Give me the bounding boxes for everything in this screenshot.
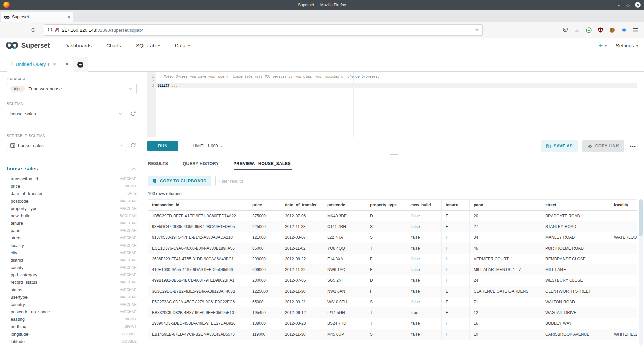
column-type: VARCHAR bbox=[120, 221, 137, 225]
cell-paon: 46 bbox=[470, 243, 541, 254]
column-header[interactable]: locality bbox=[610, 199, 637, 211]
divider bbox=[0, 127, 144, 127]
scrollbar-thumb[interactable] bbox=[639, 199, 643, 236]
firefox-logo-icon bbox=[3, 2, 10, 8]
superset-brand[interactable]: Superset bbox=[5, 41, 50, 50]
cell-tenure: F bbox=[442, 318, 470, 329]
column-header[interactable]: property_type bbox=[366, 199, 407, 211]
editor-code-area[interactable]: -- Note: Unless you save your query, the… bbox=[156, 72, 637, 137]
nav-menu-item[interactable]: Dashboards bbox=[64, 43, 92, 48]
run-button[interactable]: RUN bbox=[147, 141, 178, 151]
add-query-tab-button[interactable]: + bbox=[73, 57, 88, 72]
cell-locality bbox=[610, 243, 637, 254]
cell-property-type: T bbox=[366, 307, 407, 318]
filter-results-input[interactable] bbox=[215, 176, 637, 186]
back-icon[interactable]: ← bbox=[4, 25, 14, 35]
cell-date-of-transfer: 2012-11-30 bbox=[281, 329, 323, 340]
results-pane: RESULTSQUERY HISTORYPREVIEW: `HOUSE_SALE… bbox=[144, 155, 644, 350]
table-scrollbar[interactable] bbox=[639, 199, 643, 346]
pocket-icon[interactable] bbox=[562, 27, 568, 33]
url-bar[interactable]: 217.160.120.143:32393/superset/sqllab/ ☆ bbox=[44, 25, 482, 35]
table-value: house_sales bbox=[18, 143, 44, 148]
cell-property-type: S bbox=[366, 221, 407, 232]
schema-label: SCHEMA bbox=[7, 102, 137, 106]
column-header[interactable]: price bbox=[248, 199, 281, 211]
extension-asterisk-icon[interactable]: ✱ bbox=[621, 27, 627, 33]
menu-hamburger-icon[interactable] bbox=[633, 27, 639, 33]
tab-close-icon[interactable]: ✕ bbox=[67, 15, 70, 19]
column-header[interactable]: paon bbox=[470, 199, 541, 211]
query-tab[interactable]: ⠿ Untitled Query 1 ✕ bbox=[7, 57, 73, 72]
refresh-tables-icon[interactable] bbox=[130, 143, 137, 148]
window-minimize-icon[interactable]: ⌄ bbox=[617, 3, 621, 7]
column-name: record_status bbox=[11, 280, 37, 285]
cell-locality bbox=[610, 275, 637, 286]
column-name: longitude bbox=[11, 332, 29, 337]
table-column-row: tenure VARCHAR bbox=[7, 219, 137, 227]
sql-editor[interactable]: 123 -- Note: Unless you save your query,… bbox=[147, 72, 637, 137]
superset-favicon-icon bbox=[4, 15, 10, 19]
bookmark-star-icon[interactable]: ☆ bbox=[475, 27, 479, 33]
drag-handle-icon[interactable]: ⠿ bbox=[11, 62, 13, 67]
shield-icon bbox=[48, 28, 52, 33]
add-new-button[interactable]: + bbox=[599, 42, 607, 49]
plus-circle-icon: + bbox=[77, 62, 83, 68]
window-maximize-icon[interactable]: ◇ bbox=[626, 3, 630, 7]
cell-street: MILL LANE bbox=[541, 264, 610, 275]
cell-price: 1225000 bbox=[248, 286, 281, 297]
forward-icon[interactable]: → bbox=[16, 25, 26, 35]
cell-property-type: D bbox=[366, 211, 407, 221]
database-value: Trino warehouse bbox=[28, 86, 62, 91]
results-tab[interactable]: RESULTS bbox=[148, 161, 168, 170]
new-tab-button[interactable]: + bbox=[73, 12, 85, 22]
schema-select[interactable]: house_sales bbox=[7, 108, 126, 119]
nav-menu-item[interactable]: Charts bbox=[106, 43, 121, 48]
copy-to-clipboard-button[interactable]: COPY TO CLIPBOARD bbox=[148, 176, 211, 186]
table-column-row: county VARCHAR bbox=[7, 264, 137, 271]
copy-link-button[interactable]: COPY LINK bbox=[582, 140, 625, 152]
save-as-button[interactable]: SAVE AS bbox=[541, 140, 578, 152]
query-tab-close-icon[interactable]: ✕ bbox=[65, 62, 69, 67]
cell-tenure: F bbox=[442, 297, 470, 307]
table-column-row: transaction_id VARCHAR bbox=[7, 175, 137, 182]
cell-locality bbox=[610, 254, 637, 264]
cell-date-of-transfer: 2012-07-05 bbox=[281, 275, 323, 286]
see-table-schema-label: SEE TABLE SCHEMA bbox=[7, 134, 137, 138]
cell-locality bbox=[610, 307, 637, 318]
reload-icon[interactable] bbox=[28, 25, 38, 35]
column-type: VARCHAR bbox=[120, 177, 137, 181]
column-header[interactable]: tenure bbox=[442, 199, 470, 211]
window-close-icon[interactable]: ✕ bbox=[635, 2, 641, 8]
results-tab[interactable]: QUERY HISTORY bbox=[183, 161, 219, 170]
downloads-icon[interactable] bbox=[574, 27, 580, 33]
table-schema-heading[interactable]: house_sales bbox=[7, 166, 38, 172]
cell-transaction-id: 499B1981-3B6B-4BCD-808F-9FED9802BFA1 bbox=[148, 275, 248, 286]
table-column-row: ppd_category VARCHAR bbox=[7, 271, 137, 278]
cell-postcode: M45 6UP bbox=[323, 329, 366, 340]
cell-transaction-id: EB1459EB-67ED-47C8-B2E7-A38143AB5575 bbox=[148, 329, 248, 340]
settings-menu[interactable]: Settings bbox=[616, 43, 639, 48]
ublock-icon[interactable] bbox=[597, 27, 603, 33]
privacy-mask-icon[interactable] bbox=[586, 27, 592, 33]
cookie-icon[interactable] bbox=[609, 27, 615, 33]
results-tab[interactable]: PREVIEW: `HOUSE_SALES` bbox=[234, 161, 292, 170]
column-header[interactable]: postcode bbox=[323, 199, 366, 211]
cell-tenure: F bbox=[442, 329, 470, 340]
more-actions-icon[interactable]: ••• bbox=[628, 143, 637, 149]
browser-tab[interactable]: Superset ✕ bbox=[1, 12, 73, 22]
nav-menu-item[interactable]: SQL Lab bbox=[136, 43, 160, 48]
column-name: ppd_category bbox=[11, 272, 37, 277]
cell-locality: WHITEFIELD bbox=[610, 329, 637, 340]
nav-menu-item[interactable]: Data bbox=[175, 43, 191, 48]
limit-dropdown[interactable]: LIMIT: 1 000 bbox=[193, 144, 223, 148]
table-select[interactable]: house_sales bbox=[7, 140, 126, 151]
sql-code-rest: ... bbox=[170, 84, 178, 87]
column-header[interactable]: new_build bbox=[407, 199, 442, 211]
column-header[interactable]: transaction_id bbox=[148, 199, 248, 211]
database-select[interactable]: trino Trino warehouse bbox=[7, 83, 137, 94]
column-header[interactable]: street bbox=[541, 199, 610, 211]
refresh-schemas-icon[interactable] bbox=[130, 111, 137, 116]
chevron-up-icon[interactable] bbox=[132, 167, 137, 170]
cell-tenure: F bbox=[442, 307, 470, 318]
column-header[interactable]: date_of_transfer bbox=[281, 199, 323, 211]
